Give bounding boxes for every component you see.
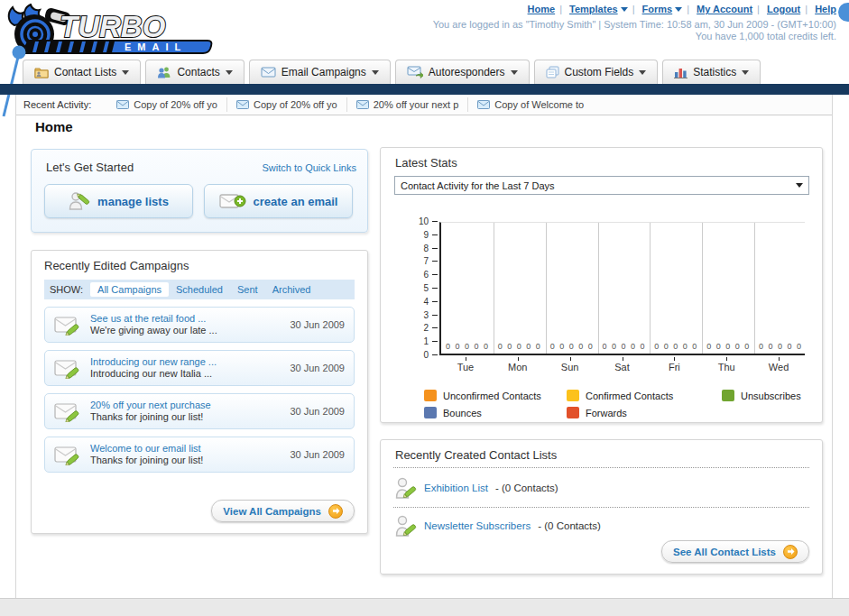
chart-value-label: 0 bbox=[683, 342, 688, 351]
brand-logo: TURBO EMAIL bbox=[5, 4, 215, 56]
tab-email-campaigns[interactable]: Email Campaigns bbox=[249, 60, 391, 84]
chart-value-label: 0 bbox=[550, 342, 555, 351]
tab-contact-lists[interactable]: Contact Lists bbox=[23, 60, 141, 84]
recent-activity-item[interactable]: Copy of 20% off yo bbox=[107, 97, 226, 112]
chevron-down-icon bbox=[639, 70, 646, 75]
contact-lists-icon bbox=[34, 66, 49, 78]
see-all-contact-lists-button[interactable]: See All Contact Lists bbox=[661, 540, 809, 563]
y-tick-mark bbox=[432, 301, 438, 302]
nav-help[interactable]: Help bbox=[815, 4, 836, 14]
filter-all-campaigns[interactable]: All Campaigns bbox=[90, 282, 169, 297]
chart-value-label: 0 bbox=[526, 342, 531, 351]
contact-list-link[interactable]: Exhibition List bbox=[424, 483, 488, 493]
brand-name: TURBO bbox=[60, 10, 166, 43]
contact-activity-chart: 012345678910 000000000000000000000000000… bbox=[390, 211, 818, 418]
nav-home[interactable]: Home bbox=[528, 4, 556, 14]
nav-forms[interactable]: Forms bbox=[642, 4, 683, 14]
y-tick-mark bbox=[432, 234, 438, 235]
autoresponders-icon bbox=[407, 66, 423, 78]
tab-statistics[interactable]: Statistics bbox=[662, 60, 761, 84]
y-tick-label: 6 bbox=[423, 270, 429, 280]
envelope-icon bbox=[236, 100, 249, 109]
recent-activity-bar: Recent Activity: Copy of 20% off yo Copy… bbox=[16, 95, 832, 115]
latest-stats-title: Latest Stats bbox=[395, 156, 457, 170]
contact-list-item: Exhibition List - (0 Contacts) bbox=[395, 476, 558, 500]
chart-value-label: 0 bbox=[559, 342, 564, 351]
gridline bbox=[494, 223, 494, 354]
statistics-icon bbox=[674, 67, 688, 78]
chevron-down-icon bbox=[621, 7, 628, 12]
campaign-row[interactable]: See us at the retail food ... We're givi… bbox=[44, 307, 355, 343]
y-tick-mark bbox=[432, 248, 438, 249]
chart-value-label: 0 bbox=[612, 342, 616, 351]
campaign-row[interactable]: Welcome to our email list Thanks for joi… bbox=[44, 437, 355, 473]
page-title: Home bbox=[35, 119, 73, 134]
nav-templates[interactable]: Templates bbox=[569, 4, 628, 14]
recent-activity-item[interactable]: Copy of 20% off yo bbox=[226, 97, 346, 112]
filter-scheduled[interactable]: Scheduled bbox=[176, 284, 223, 295]
contact-list-item: Newsletter Subscribers - (0 Contacts) bbox=[395, 514, 601, 538]
y-tick-label: 0 bbox=[423, 350, 429, 360]
credits-info: You have 1,000 total credits left. bbox=[696, 31, 836, 41]
gridline bbox=[598, 223, 599, 354]
login-info: You are logged in as "Timothy Smith" | S… bbox=[433, 19, 836, 30]
navy-divider-bar bbox=[0, 84, 849, 95]
y-tick-mark bbox=[432, 274, 438, 275]
x-tick-mark bbox=[570, 357, 571, 361]
filter-sent[interactable]: Sent bbox=[237, 284, 258, 295]
legend-item: Unsubscribes bbox=[722, 390, 801, 401]
legend-item: Confirmed Contacts bbox=[567, 390, 722, 401]
campaigns-panel: Recently Edited Campaigns SHOW: All Camp… bbox=[31, 250, 368, 534]
contact-lists-panel: Recently Created Contact Lists Exhibitio… bbox=[380, 439, 823, 575]
x-tick-label: Sun bbox=[544, 362, 596, 372]
y-tick-label: 10 bbox=[419, 216, 429, 226]
campaign-row[interactable]: Introducing our new range ... Introducin… bbox=[44, 350, 355, 386]
gridline bbox=[702, 223, 703, 354]
filter-archived[interactable]: Archived bbox=[272, 284, 311, 295]
custom-fields-icon bbox=[546, 66, 559, 78]
campaign-link[interactable]: See us at the retail food ... bbox=[90, 313, 217, 325]
chart-value-label: 0 bbox=[673, 342, 678, 351]
create-email-button[interactable]: create an email bbox=[204, 184, 353, 218]
chart-value-label: 0 bbox=[446, 342, 450, 351]
contact-list-link[interactable]: Newsletter Subscribers bbox=[424, 520, 531, 531]
edit-email-icon bbox=[54, 357, 81, 379]
chart-value-label: 0 bbox=[725, 342, 730, 351]
manage-lists-button[interactable]: manage lists bbox=[44, 184, 193, 218]
legend-swatch bbox=[567, 407, 579, 418]
legend-label: Forwards bbox=[586, 408, 627, 418]
y-tick-label: 8 bbox=[423, 244, 429, 253]
stats-period-select[interactable]: Contact Activity for the Last 7 Days bbox=[394, 176, 809, 195]
recent-activity-item[interactable]: 20% off your next p bbox=[346, 97, 468, 112]
nav-logout[interactable]: Logout bbox=[767, 4, 800, 14]
x-tick-label: Thu bbox=[700, 362, 752, 372]
switch-to-quick-links[interactable]: Switch to Quick Links bbox=[262, 162, 356, 173]
campaign-subtitle: Introducing our new Italia ... bbox=[90, 368, 217, 380]
tab-autoresponders[interactable]: Autoresponders bbox=[395, 60, 530, 84]
campaign-link[interactable]: 20% off your next purchase bbox=[90, 400, 211, 411]
nav-my-account[interactable]: My Account bbox=[697, 4, 752, 14]
recent-activity-item[interactable]: Copy of Welcome to bbox=[467, 97, 593, 112]
chart-legend: Unconfirmed ContactsConfirmed ContactsUn… bbox=[424, 390, 801, 418]
chart-value-label: 0 bbox=[735, 342, 740, 351]
gridline bbox=[754, 223, 755, 354]
campaigns-filterbar: SHOW: All Campaigns Scheduled Sent Archi… bbox=[44, 280, 355, 299]
contact-list-count: - (0 Contacts) bbox=[495, 483, 558, 493]
view-all-campaigns-button[interactable]: View All Campaigns bbox=[211, 500, 355, 522]
legend-label: Unsubscribes bbox=[741, 391, 801, 401]
campaign-link[interactable]: Introducing our new range ... bbox=[90, 356, 217, 368]
campaign-row[interactable]: 20% off your next purchase Thanks for jo… bbox=[44, 393, 355, 429]
get-started-title: Let's Get Started bbox=[46, 161, 134, 174]
x-tick-mark bbox=[466, 357, 466, 361]
tab-contacts[interactable]: Contacts bbox=[145, 60, 244, 84]
campaign-link[interactable]: Welcome to our email list bbox=[90, 443, 203, 455]
campaign-subtitle: Thanks for joining our list! bbox=[90, 455, 203, 466]
x-tick-label: Sat bbox=[596, 362, 649, 372]
chart-value-label: 0 bbox=[498, 342, 503, 351]
recent-activity-label: Recent Activity: bbox=[23, 99, 91, 110]
y-tick-label: 7 bbox=[423, 256, 429, 266]
main-content: Recent Activity: Copy of 20% off yo Copy… bbox=[15, 95, 833, 598]
tab-custom-fields[interactable]: Custom Fields bbox=[534, 60, 659, 84]
brand-sub: EMAIL bbox=[125, 41, 187, 52]
chart-value-label: 0 bbox=[706, 342, 711, 351]
